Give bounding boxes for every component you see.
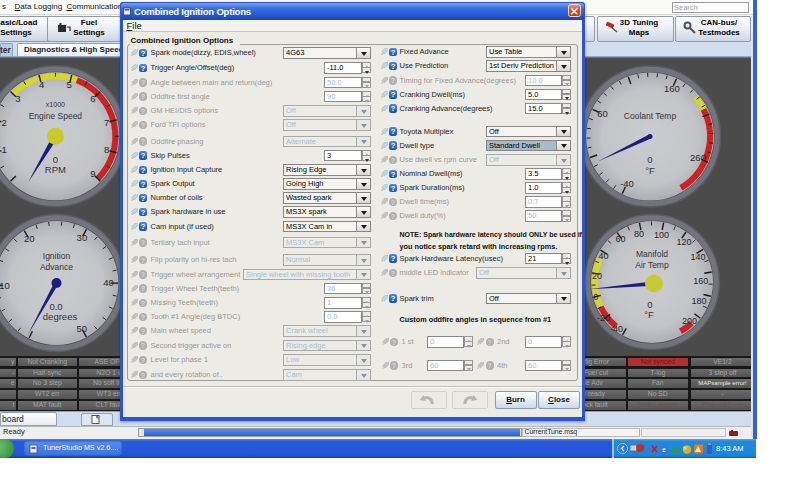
svg-text:160: 160 <box>664 83 680 94</box>
svg-text:Air Temp: Air Temp <box>635 260 669 270</box>
svg-text:4: 4 <box>39 79 44 90</box>
svg-text:0.0: 0.0 <box>49 301 62 312</box>
svg-text:160: 160 <box>693 276 708 286</box>
svg-text:9: 9 <box>90 168 95 179</box>
svg-text:0: 0 <box>593 292 598 302</box>
svg-text:2: 2 <box>2 117 7 128</box>
svg-text:180: 180 <box>692 296 707 306</box>
svg-text:60: 60 <box>615 234 625 244</box>
svg-text:Engine Speed: Engine Speed <box>29 111 83 121</box>
svg-text:140: 140 <box>690 252 705 262</box>
svg-text:1: 1 <box>2 144 7 155</box>
svg-text:5: 5 <box>66 79 71 90</box>
svg-text:°F: °F <box>645 165 655 176</box>
svg-text:0: 0 <box>53 154 58 165</box>
svg-text:RPM: RPM <box>45 164 66 175</box>
svg-text:200: 200 <box>682 316 697 326</box>
svg-text:100: 100 <box>654 230 669 240</box>
svg-text:20: 20 <box>24 233 35 244</box>
svg-text:-40: -40 <box>620 178 634 189</box>
svg-text:Manifold: Manifold <box>636 249 668 259</box>
svg-text:20: 20 <box>592 271 602 281</box>
svg-text:7: 7 <box>104 117 109 128</box>
svg-text:8: 8 <box>104 144 109 155</box>
svg-text:Advance: Advance <box>40 262 73 272</box>
svg-text:120: 120 <box>676 237 691 247</box>
svg-text:Coolant Temp: Coolant Temp <box>624 111 677 121</box>
svg-text:40: 40 <box>103 277 114 288</box>
svg-text:260: 260 <box>690 152 706 163</box>
svg-text:x1000: x1000 <box>46 101 65 108</box>
svg-text:-20: -20 <box>597 313 610 323</box>
svg-text:e: e <box>662 445 666 452</box>
svg-text:40: 40 <box>599 251 609 261</box>
svg-text:50: 50 <box>76 323 87 334</box>
svg-text:6: 6 <box>90 93 95 104</box>
svg-text:-40: -40 <box>610 324 623 334</box>
svg-text:3: 3 <box>15 93 20 104</box>
svg-text:0: 0 <box>647 299 652 310</box>
svg-text:30: 30 <box>77 232 88 243</box>
svg-text:°F: °F <box>644 309 654 320</box>
svg-text:60: 60 <box>597 108 608 119</box>
svg-text:Ignition: Ignition <box>43 251 71 261</box>
svg-text:80: 80 <box>634 229 644 239</box>
svg-text:10: 10 <box>0 280 10 291</box>
svg-text:degrees: degrees <box>43 311 78 322</box>
svg-text:0: 0 <box>647 154 652 165</box>
